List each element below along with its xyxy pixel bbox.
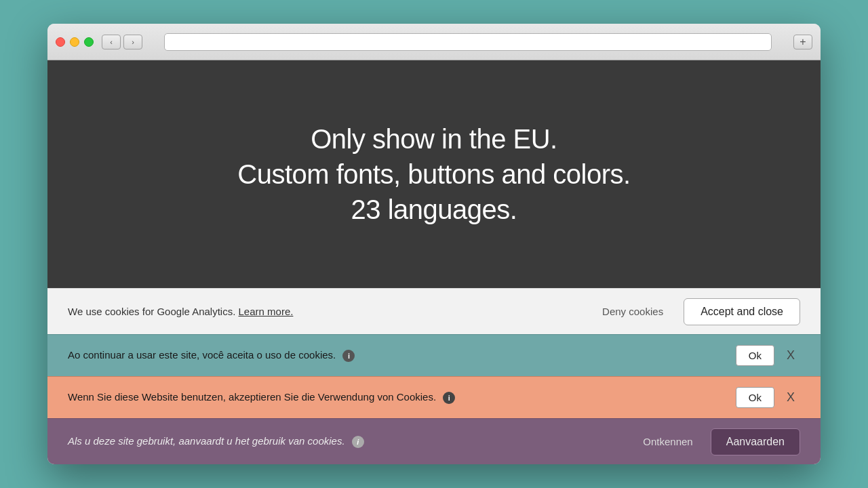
cookie-actions-4: Ontkennen Aanvaarden [636, 428, 800, 455]
traffic-lights [56, 37, 94, 47]
cookie-message-1: We use cookies for Google Analytics. Lea… [68, 306, 595, 317]
cookie-message-3: Wenn Sie diese Website benutzen, akzepti… [68, 391, 736, 404]
ok-button-3[interactable]: Ok [736, 387, 774, 408]
aanvaarden-button[interactable]: Aanvaarden [711, 428, 800, 455]
close-button-3[interactable]: X [781, 388, 800, 407]
cookie-message-2: Ao continuar a usar este site, você acei… [68, 349, 736, 362]
hero-text: Only show in the EU. Custom fonts, butto… [237, 121, 630, 227]
info-icon-4[interactable]: i [352, 436, 364, 448]
cookie-message-4: Als u deze site gebruikt, aanvaardt u he… [68, 435, 636, 448]
cookie-text-3: Wenn Sie diese Website benutzen, akzepti… [68, 391, 436, 403]
ontkennen-button[interactable]: Ontkennen [636, 432, 699, 451]
address-bar[interactable] [164, 33, 772, 51]
hero-section: Only show in the EU. Custom fonts, butto… [47, 60, 821, 288]
info-icon-2[interactable]: i [342, 350, 355, 362]
cookie-text-1: We use cookies for Google Analytics. [68, 306, 235, 317]
browser-window: ‹ › + Only show in the EU. Custom fonts,… [47, 24, 821, 464]
ok-button-2[interactable]: Ok [736, 345, 774, 366]
deny-cookies-button[interactable]: Deny cookies [595, 302, 670, 321]
new-tab-button[interactable]: + [793, 35, 812, 49]
close-button-2[interactable]: X [781, 346, 800, 365]
forward-button[interactable]: › [123, 35, 142, 49]
cookie-bar-4: Als u deze site gebruikt, aanvaardt u he… [47, 418, 821, 464]
info-icon-3[interactable]: i [443, 392, 455, 404]
hero-line-1: Only show in the EU. [237, 121, 630, 157]
cookie-actions-2: Ok X [736, 345, 800, 366]
maximize-button[interactable] [84, 37, 94, 47]
accept-close-button[interactable]: Accept and close [684, 298, 800, 325]
cookie-text-2: Ao continuar a usar este site, você acei… [68, 349, 336, 361]
browser-content: Only show in the EU. Custom fonts, butto… [47, 60, 821, 464]
nav-buttons: ‹ › [102, 35, 142, 49]
cookie-bar-2: Ao continuar a usar este site, você acei… [47, 334, 821, 376]
cookie-actions-3: Ok X [736, 387, 800, 408]
hero-line-2: Custom fonts, buttons and colors. [237, 157, 630, 192]
browser-chrome: ‹ › + [47, 24, 821, 60]
back-button[interactable]: ‹ [102, 35, 121, 49]
cookie-text-4: Als u deze site gebruikt, aanvaardt u he… [68, 435, 345, 447]
cookie-bar-3: Wenn Sie diese Website benutzen, akzepti… [47, 376, 821, 418]
cookie-bar-1: We use cookies for Google Analytics. Lea… [47, 288, 821, 334]
minimize-button[interactable] [70, 37, 79, 47]
cookie-actions-1: Deny cookies Accept and close [595, 298, 800, 325]
learn-more-link[interactable]: Learn more. [239, 306, 294, 317]
hero-line-3: 23 languages. [237, 192, 630, 227]
close-button[interactable] [56, 37, 65, 47]
